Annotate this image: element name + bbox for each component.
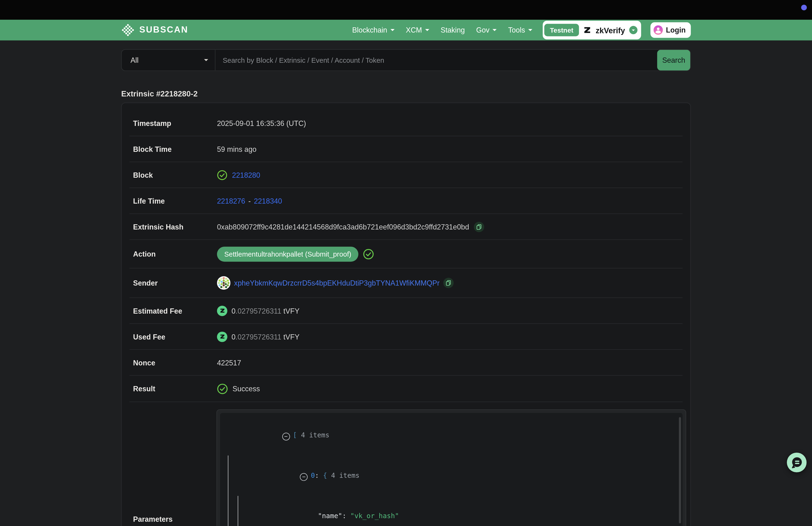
row-block-time: Block Time 59 mins ago <box>129 137 682 162</box>
estimated-fee-amount: 0.02795726311 tVFY <box>232 307 300 315</box>
nav-label: Blockchain <box>352 26 387 34</box>
network-chevron-icon <box>629 26 638 34</box>
login-label: Login <box>666 26 686 34</box>
success-check-icon <box>217 383 228 394</box>
row-label: Action <box>133 250 217 258</box>
json-branch: 0: { 4 items "name": "vk_or_hash" "type"… <box>228 455 673 526</box>
json-string-value: "vk_or_hash" <box>350 512 399 520</box>
success-check-icon <box>363 248 374 259</box>
row-label: Parameters <box>133 515 217 523</box>
extrinsic-hash-value: 0xab809072ff9c4281de144214568d9fca3ad6b7… <box>217 223 469 231</box>
json-item-count: 4 items <box>301 431 330 439</box>
row-result: Result Success <box>129 375 682 402</box>
block-link[interactable]: 2218280 <box>232 171 260 179</box>
nav-xcm[interactable]: XCM <box>406 26 429 34</box>
search-filter-value: All <box>131 56 139 65</box>
row-label: Estimated Fee <box>133 307 217 315</box>
main-header: SUBSCAN Blockchain XCM Staking Gov <box>0 20 812 40</box>
status-dot <box>801 5 807 11</box>
collapse-icon[interactable] <box>282 432 290 440</box>
result-value: Success <box>232 384 260 393</box>
sender-identicon <box>217 276 231 290</box>
copy-icon <box>476 224 482 230</box>
row-sender: Sender <box>129 269 682 298</box>
row-action: Action Settlementultrahonkpallet (Submit… <box>129 240 682 269</box>
subscan-logo[interactable]: SUBSCAN <box>121 23 188 37</box>
nav-gov[interactable]: Gov <box>476 26 497 34</box>
nav-label: XCM <box>406 26 422 34</box>
nonce-value: 422517 <box>217 358 241 367</box>
nav-tools[interactable]: Tools <box>508 26 532 34</box>
json-root-line: [ 4 items <box>225 415 673 455</box>
action-badge[interactable]: Settlementultrahonkpallet (Submit_proof) <box>217 246 359 261</box>
main-nav: Blockchain XCM Staking Gov Tools <box>352 26 532 34</box>
tvfy-token-icon <box>217 331 228 342</box>
chevron-down-icon <box>390 29 394 33</box>
chat-bubble-icon <box>787 452 807 472</box>
life-time-from-link[interactable]: 2218276 <box>217 197 245 205</box>
json-brace: { <box>323 472 327 480</box>
life-time-to-link[interactable]: 2218340 <box>254 197 282 205</box>
search-bar: All Search <box>121 49 691 71</box>
parameters-viewer: [ 4 items 0: { 4 items "name": "vk_or_ha… <box>217 409 686 526</box>
copy-hash-button[interactable] <box>474 222 484 232</box>
row-label: Life Time <box>133 197 217 205</box>
code-scrollbar[interactable] <box>679 417 681 523</box>
row-label: Nonce <box>133 358 217 367</box>
finalized-check-icon <box>217 170 228 180</box>
row-block: Block 2218280 <box>129 162 682 188</box>
row-life-time: Life Time 2218276 - 2218340 <box>129 188 682 214</box>
row-used-fee: Used Fee 0.02795726311 tVFY <box>129 324 682 350</box>
nav-label: Gov <box>476 26 490 34</box>
login-button[interactable]: Login <box>650 22 691 38</box>
chevron-down-icon <box>493 29 497 33</box>
extrinsic-detail-card: Timestamp 2025-09-01 16:35:36 (UTC) Bloc… <box>121 103 691 526</box>
chat-widget-button[interactable] <box>787 452 807 472</box>
top-strip <box>0 0 812 20</box>
nav-label: Tools <box>508 26 525 34</box>
json-item-line: 0: { 4 items <box>235 455 673 496</box>
row-parameters: Parameters [ 4 items 0: { 4 items <box>129 402 682 526</box>
row-label: Timestamp <box>133 119 217 128</box>
json-key: "name": <box>318 512 346 520</box>
network-name: zkVerify <box>596 26 625 34</box>
row-extrinsic-hash: Extrinsic Hash 0xab809072ff9c4281de14421… <box>129 214 682 240</box>
row-label: Used Fee <box>133 332 217 341</box>
search-filter-select[interactable]: All <box>122 49 216 70</box>
nav-blockchain[interactable]: Blockchain <box>352 26 394 34</box>
row-label: Result <box>133 384 217 393</box>
chevron-down-icon <box>528 29 532 33</box>
chevron-down-icon <box>204 59 208 63</box>
row-timestamp: Timestamp 2025-09-01 16:35:36 (UTC) <box>129 111 682 137</box>
row-label: Block <box>133 171 217 179</box>
life-time-separator: - <box>248 197 251 205</box>
search-input[interactable] <box>215 49 657 70</box>
zkverify-logo-icon <box>583 26 592 34</box>
parameters-json-tree[interactable]: [ 4 items 0: { 4 items "name": "vk_or_ha… <box>220 413 683 526</box>
row-label: Extrinsic Hash <box>133 223 217 231</box>
user-avatar-icon <box>653 25 663 35</box>
copy-address-button[interactable] <box>443 278 454 288</box>
used-fee-amount: 0.02795726311 tVFY <box>232 332 300 341</box>
row-label: Block Time <box>133 145 217 153</box>
block-time-value: 59 mins ago <box>217 145 257 153</box>
nav-staking[interactable]: Staking <box>441 26 465 34</box>
json-index: 0 <box>311 472 315 480</box>
row-label: Sender <box>133 279 217 287</box>
row-nonce: Nonce 422517 <box>129 350 682 375</box>
page-title: Extrinsic #2218280-2 <box>121 89 691 98</box>
network-selector[interactable]: Testnet zkVerify <box>543 21 641 40</box>
sender-address-link[interactable]: xpheYbkmKqwDrzcrrD5s4bpEKHduDtiP3gbTYNA1… <box>234 279 439 287</box>
search-button[interactable]: Search <box>657 49 691 70</box>
nav-label: Staking <box>441 26 465 34</box>
row-estimated-fee: Estimated Fee 0.02795726311 tVFY <box>129 298 682 324</box>
search-section: All Search <box>121 49 691 71</box>
copy-icon <box>445 280 451 286</box>
timestamp-value: 2025-09-01 16:35:36 (UTC) <box>217 119 306 128</box>
json-field-line: "name": "vk_or_hash" <box>245 496 673 526</box>
collapse-icon[interactable] <box>300 473 308 481</box>
page: SUBSCAN Blockchain XCM Staking Gov <box>0 0 812 526</box>
tvfy-token-icon <box>217 305 228 316</box>
json-branch: "name": "vk_or_hash" "type": "pallet_ver… <box>238 496 673 526</box>
brand-name: SUBSCAN <box>139 25 188 35</box>
